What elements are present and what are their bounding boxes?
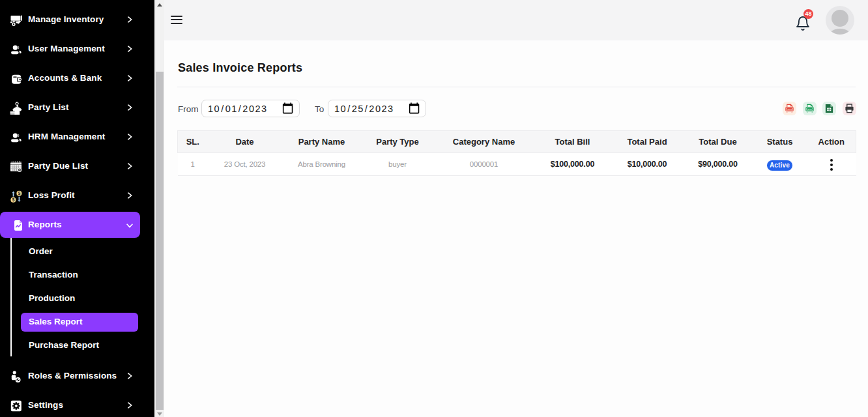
svg-text:$: $	[18, 191, 20, 196]
svg-text:CSV: CSV	[807, 108, 812, 111]
svg-text:PDF: PDF	[787, 108, 791, 111]
svg-text:$: $	[12, 197, 14, 203]
